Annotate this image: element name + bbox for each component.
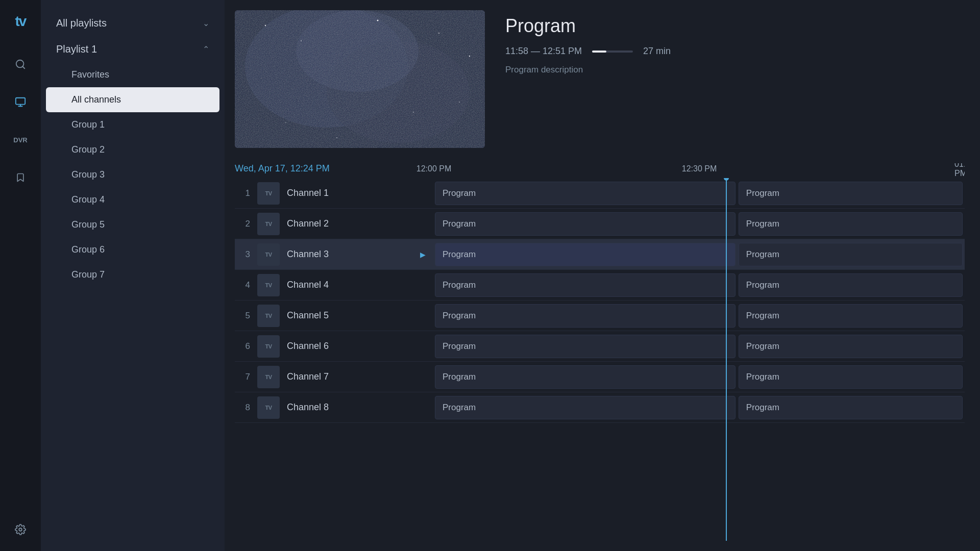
program-time: 11:58 — 12:51 PM 27 min <box>505 46 965 57</box>
channel-info: 7 TV Channel 7 <box>235 366 434 388</box>
program-block[interactable]: Program <box>435 212 736 236</box>
program-block[interactable]: Program <box>435 182 736 205</box>
program-duration: 27 min <box>643 46 671 57</box>
channel-name: Channel 5 <box>287 310 429 321</box>
timeline-label-0100: 01:00 PM <box>954 163 965 178</box>
chevron-down-icon: ⌄ <box>203 18 209 28</box>
video-placeholder <box>235 10 485 148</box>
dvr-icon[interactable]: DVR <box>9 129 32 151</box>
svg-point-19 <box>459 102 460 103</box>
program-block-active[interactable]: Program <box>435 243 736 266</box>
svg-point-18 <box>336 137 337 138</box>
epg-row[interactable]: 6 TV Channel 6 Program Program <box>235 331 965 362</box>
svg-point-9 <box>296 10 419 92</box>
all-channels-item[interactable]: All channels <box>46 87 219 112</box>
playlist1-label: Playlist 1 <box>56 43 97 55</box>
all-playlists-header[interactable]: All playlists ⌄ <box>41 10 225 36</box>
main-content: Program 11:58 — 12:51 PM 27 min Program … <box>225 0 980 551</box>
group-5-item[interactable]: Group 5 <box>46 212 219 237</box>
all-playlists-label: All playlists <box>56 17 107 29</box>
settings-icon[interactable] <box>9 518 32 541</box>
program-info: Program 11:58 — 12:51 PM 27 min Program … <box>505 10 965 148</box>
epg-row[interactable]: 8 TV Channel 8 Program Program <box>235 392 965 423</box>
program-block[interactable]: Program <box>739 273 963 297</box>
channel-name: Channel 2 <box>287 218 429 229</box>
channel-info: 5 TV Channel 5 <box>235 305 434 327</box>
program-block[interactable]: Program <box>739 335 963 358</box>
epg-row[interactable]: 1 TV Channel 1 Program Program <box>235 178 965 209</box>
program-block[interactable]: Program <box>435 304 736 328</box>
program-block[interactable]: Program <box>739 212 963 236</box>
channel-logo: TV <box>257 305 280 327</box>
program-block[interactable]: Program <box>739 243 963 266</box>
group-3-item[interactable]: Group 3 <box>46 162 219 187</box>
program-block[interactable]: Program <box>739 365 963 389</box>
channel-logo: TV <box>257 213 280 235</box>
channel-num: 4 <box>235 280 250 290</box>
channel-logo: TV <box>257 335 280 358</box>
group-1-item[interactable]: Group 1 <box>46 112 219 137</box>
program-description: Program description <box>505 65 965 75</box>
svg-point-17 <box>285 122 286 123</box>
channel-name: Channel 3 <box>287 249 413 260</box>
epg-row[interactable]: 4 TV Channel 4 Program Program <box>235 270 965 300</box>
svg-point-15 <box>469 56 470 57</box>
program-block[interactable]: Program <box>739 396 963 419</box>
channel-name: Channel 6 <box>287 341 429 352</box>
epg-channel-col-header: Wed, Apr 17, 12:24 PM <box>235 163 434 174</box>
play-icon: ▶ <box>420 251 426 259</box>
channel-num: 1 <box>235 188 250 198</box>
bookmark-icon[interactable] <box>9 166 32 189</box>
playlist-panel: All playlists ⌄ Playlist 1 ⌃ Favorites A… <box>41 0 225 551</box>
top-section: Program 11:58 — 12:51 PM 27 min Program … <box>235 10 965 148</box>
group-7-item[interactable]: Group 7 <box>46 262 219 287</box>
app-logo[interactable]: tv <box>9 10 32 33</box>
svg-point-5 <box>19 528 22 531</box>
channel-info: 4 TV Channel 4 <box>235 274 434 296</box>
channel-info: 1 TV Channel 1 <box>235 182 434 205</box>
channel-logo: TV <box>257 396 280 419</box>
playlist1-header[interactable]: Playlist 1 ⌃ <box>41 36 225 62</box>
search-icon[interactable] <box>9 53 32 76</box>
screen-icon[interactable] <box>9 91 32 113</box>
svg-point-16 <box>413 112 414 113</box>
program-title: Program <box>505 15 965 37</box>
channel-logo: TV <box>257 243 280 266</box>
program-block[interactable]: Program <box>435 365 736 389</box>
channel-num: 2 <box>235 219 250 229</box>
program-block[interactable]: Program <box>739 304 963 328</box>
svg-point-12 <box>301 40 302 41</box>
svg-point-14 <box>438 33 439 34</box>
epg-row-active[interactable]: 3 TV Channel 3 ▶ Program Program <box>235 239 965 270</box>
channel-num: 6 <box>235 341 250 352</box>
program-block[interactable]: Program <box>435 335 736 358</box>
channel-num: 3 <box>235 249 250 260</box>
channel-name: Channel 7 <box>287 371 429 382</box>
channel-name: Channel 1 <box>287 188 429 198</box>
favorites-item[interactable]: Favorites <box>46 62 219 87</box>
group-6-item[interactable]: Group 6 <box>46 237 219 262</box>
svg-rect-2 <box>16 98 25 105</box>
svg-point-11 <box>265 25 266 26</box>
program-block[interactable]: Program <box>435 273 736 297</box>
chevron-up-icon: ⌃ <box>203 44 209 54</box>
channel-name: Channel 4 <box>287 280 429 290</box>
channel-info: 2 TV Channel 2 <box>235 213 434 235</box>
program-block[interactable]: Program <box>739 182 963 205</box>
epg-row[interactable]: 5 TV Channel 5 Program Program <box>235 300 965 331</box>
group-4-item[interactable]: Group 4 <box>46 187 219 212</box>
channel-info: 6 TV Channel 6 <box>235 335 434 358</box>
channel-num: 5 <box>235 311 250 321</box>
group-2-item[interactable]: Group 2 <box>46 137 219 162</box>
epg-section: Wed, Apr 17, 12:24 PM 12:00 PM 12:30 PM … <box>235 163 965 541</box>
channel-info: 3 TV Channel 3 ▶ <box>235 243 434 266</box>
video-thumbnail[interactable] <box>235 10 485 148</box>
epg-row[interactable]: 2 TV Channel 2 Program Program <box>235 209 965 239</box>
epg-row[interactable]: 7 TV Channel 7 Program Program <box>235 362 965 392</box>
channel-logo: TV <box>257 182 280 205</box>
channel-info: 8 TV Channel 8 <box>235 396 434 419</box>
channel-num: 8 <box>235 403 250 413</box>
svg-point-13 <box>377 20 379 21</box>
program-time-range: 11:58 — 12:51 PM <box>505 46 582 57</box>
program-block[interactable]: Program <box>435 396 736 419</box>
